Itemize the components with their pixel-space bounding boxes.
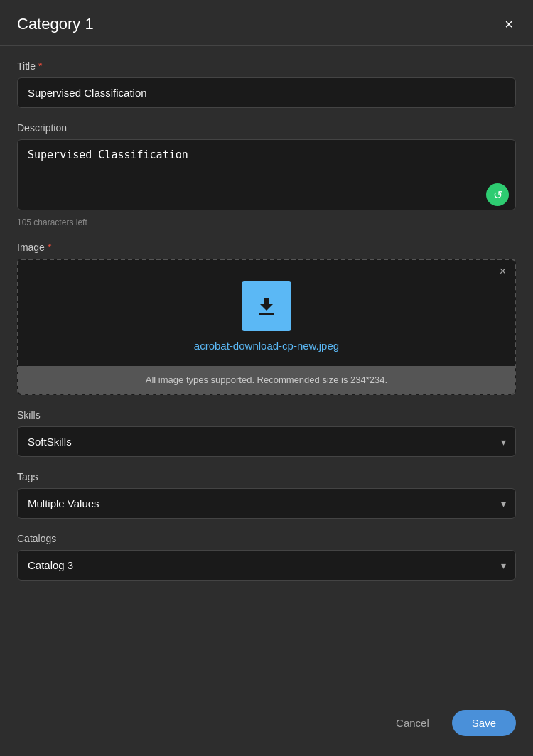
- image-group: Image * × acrobat-download-cp-new.jpeg A…: [17, 242, 516, 395]
- image-upload-inner: × acrobat-download-cp-new.jpeg: [18, 260, 515, 366]
- skills-label: Skills: [17, 409, 516, 421]
- refresh-button[interactable]: ↺: [486, 183, 509, 206]
- catalogs-select-wrapper: Catalog 3 ▾: [17, 550, 516, 580]
- image-filename-link[interactable]: acrobat-download-cp-new.jpeg: [194, 340, 339, 352]
- description-group: Description Supervised Classification ↺ …: [17, 122, 516, 227]
- image-required-star: *: [48, 242, 51, 253]
- modal-body: Title * Description Supervised Classific…: [0, 46, 533, 696]
- tags-group: Tags Multiple Values ▾: [17, 471, 516, 519]
- title-input[interactable]: [17, 77, 516, 108]
- skills-select[interactable]: SoftSkills: [17, 426, 516, 457]
- catalogs-label: Catalogs: [17, 533, 516, 544]
- image-upload-area[interactable]: × acrobat-download-cp-new.jpeg All image…: [17, 259, 516, 395]
- upload-icon-box: [242, 281, 291, 331]
- skills-select-wrapper: SoftSkills ▾: [17, 426, 516, 457]
- char-count: 105 characters left: [17, 217, 516, 227]
- image-label: Image *: [17, 242, 516, 253]
- tags-label: Tags: [17, 471, 516, 482]
- image-hint-bar: All image types supported. Recommended s…: [18, 366, 515, 394]
- download-icon: [254, 293, 279, 319]
- skills-group: Skills SoftSkills ▾: [17, 409, 516, 457]
- title-label: Title *: [17, 60, 516, 72]
- modal-title: Category 1: [17, 15, 94, 33]
- save-button[interactable]: Save: [452, 710, 516, 736]
- image-close-button[interactable]: ×: [500, 266, 506, 277]
- tags-select-wrapper: Multiple Values ▾: [17, 488, 516, 519]
- modal-dialog: Category 1 × Title * Description Supervi…: [0, 0, 533, 756]
- tags-select[interactable]: Multiple Values: [17, 488, 516, 519]
- description-wrapper: Supervised Classification ↺: [17, 139, 516, 213]
- title-required-star: *: [38, 60, 42, 72]
- description-textarea[interactable]: Supervised Classification: [17, 139, 516, 210]
- catalogs-group: Catalogs Catalog 3 ▾: [17, 533, 516, 580]
- modal-header: Category 1 ×: [0, 0, 533, 46]
- modal-close-button[interactable]: ×: [502, 14, 516, 34]
- title-group: Title *: [17, 60, 516, 108]
- modal-footer: Cancel Save: [0, 696, 533, 756]
- description-label: Description: [17, 122, 516, 134]
- catalogs-select[interactable]: Catalog 3: [17, 550, 516, 580]
- cancel-button[interactable]: Cancel: [384, 710, 441, 736]
